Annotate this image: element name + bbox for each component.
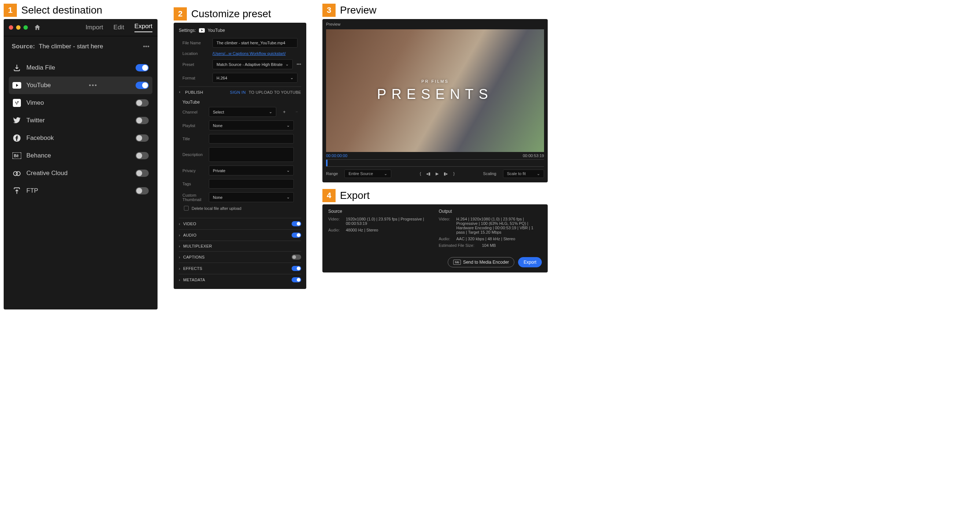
delete-local-label: Delete local file after upload [192,206,242,211]
destination-toggle[interactable] [135,117,149,124]
svg-text:Bē: Bē [14,154,19,158]
section-metadata-header[interactable]: ›METADATA [179,277,301,283]
preset-more-icon[interactable]: ••• [296,62,301,67]
section-toggle[interactable] [292,277,301,283]
publish-section-header[interactable]: ⌄ PUBLISH Sign In to upload to YouTube [179,90,301,94]
section-audio-header[interactable]: ›AUDIO [179,233,301,238]
chevron-right-icon: › [179,255,180,259]
destination-toggle[interactable] [135,82,149,89]
format-select[interactable]: H.264⌄ [213,73,298,83]
thumbnail-label: Custom Thumbnail [183,193,205,202]
section-effects-header[interactable]: ›EFFECTS [179,266,301,271]
source-header: Source [328,209,431,214]
destination-toggle[interactable] [135,64,149,71]
destination-creative-cloud[interactable]: Creative Cloud [9,164,153,182]
section-toggle[interactable] [292,221,301,226]
destination-twitter[interactable]: Twitter [9,112,153,129]
range-select[interactable]: Entire Source⌄ [344,170,391,178]
minimize-icon[interactable] [16,25,21,30]
nav-edit[interactable]: Edit [114,24,124,31]
section-toggle[interactable] [292,233,301,238]
delete-local-checkbox[interactable] [184,206,189,211]
destination-label: Media File [26,64,55,71]
maximize-icon[interactable] [24,25,28,30]
tags-input[interactable] [209,179,294,189]
chevron-right-icon: › [179,278,180,282]
section-video-header[interactable]: ›VIDEO [179,221,301,226]
mark-in-icon[interactable]: { [420,171,421,176]
destination-more-icon[interactable]: ••• [89,82,97,89]
section-captions-header[interactable]: ›CAPTIONS [179,254,301,260]
preview-viewport[interactable]: PR FILMS PRESENTS [326,29,544,152]
home-icon[interactable] [34,24,41,31]
description-input[interactable] [209,147,294,162]
destination-media-file[interactable]: Media File [9,59,153,76]
preview-title: Preview [326,22,544,26]
step-title: Export [340,190,370,202]
channel-select[interactable]: Select⌄ [209,107,276,117]
preset-select[interactable]: Match Source - Adaptive High Bitrate⌄ [213,59,293,69]
creative-cloud-icon [13,169,21,178]
source-audio-key: Audio: [328,228,343,232]
destination-youtube[interactable]: YouTube••• [9,76,153,94]
close-icon[interactable] [9,25,13,30]
estimated-size-value: 104 MB [482,243,496,248]
play-icon[interactable]: ▶ [436,171,439,176]
destination-facebook[interactable]: Facebook [9,129,153,147]
playlist-select[interactable]: None⌄ [209,121,294,130]
signin-link[interactable]: Sign In [230,90,246,94]
download-icon [13,63,21,72]
chevron-down-icon: ⌄ [286,195,290,200]
twitter-icon [13,116,21,125]
upload-icon [13,186,21,195]
destination-label: YouTube [26,82,51,89]
output-video-key: Video: [439,217,453,234]
section-label: AUDIO [183,233,196,237]
destination-toggle[interactable] [135,187,149,194]
section-toggle[interactable] [292,266,301,271]
destination-behance[interactable]: BēBehance [9,147,153,164]
step-back-icon[interactable]: ◂▮ [426,171,431,176]
timecode-end: 00:00:53:19 [523,154,544,158]
destination-toggle[interactable] [135,170,149,177]
source-more-icon[interactable]: ••• [143,43,150,50]
file-name-label: File Name [183,41,209,45]
title-input[interactable] [209,134,294,144]
thumbnail-select[interactable]: None⌄ [209,192,294,202]
nav-import[interactable]: Import [85,24,103,31]
youtube-publish-label: YouTube [183,100,301,105]
timecode-start[interactable]: 00:00:00:00 [326,154,347,158]
chevron-right-icon: › [179,222,180,226]
mark-out-icon[interactable]: } [453,171,455,176]
scrub-bar[interactable] [326,159,544,167]
location-link[interactable]: /Users/...w Captions Workflow quickstart… [213,51,298,56]
nav-export[interactable]: Export [134,23,153,32]
add-channel-icon[interactable]: ＋ [280,109,289,115]
scaling-select[interactable]: Scale to fit⌄ [503,170,544,178]
format-label: Format [183,76,209,80]
section-toggle[interactable] [292,254,301,260]
chevron-down-icon: ⌄ [290,75,293,80]
range-label: Range [326,171,338,176]
destination-toggle[interactable] [135,134,149,142]
chevron-down-icon: ⌄ [269,110,272,114]
destination-toggle[interactable] [135,99,149,106]
destination-ftp[interactable]: FTP [9,182,153,200]
remove-channel-icon[interactable]: － [292,109,301,115]
destination-vimeo[interactable]: Vimeo [9,94,153,112]
step-forward-icon[interactable]: ▮▸ [444,171,448,176]
media-encoder-icon: Me [453,260,461,265]
section-multiplexer-header[interactable]: ›MULTIPLEXER [179,244,301,248]
destination-toggle[interactable] [135,152,149,159]
export-button[interactable]: Export [518,257,542,267]
file-name-input[interactable]: The climber - start here_YouTube.mp4 [213,38,298,48]
step-number: 1 [4,4,17,17]
privacy-select[interactable]: Private⌄ [209,165,294,175]
window-controls[interactable] [9,25,28,30]
chevron-down-icon: ⌄ [178,90,183,94]
behance-icon: Bē [13,151,21,160]
chevron-down-icon: ⌄ [285,62,289,67]
source-video-value: 1920x1080 (1.0) | 23.976 fps | Progressi… [346,217,431,225]
destination-label: Facebook [26,134,54,142]
send-to-media-encoder-button[interactable]: Me Send to Media Encoder [448,257,514,267]
